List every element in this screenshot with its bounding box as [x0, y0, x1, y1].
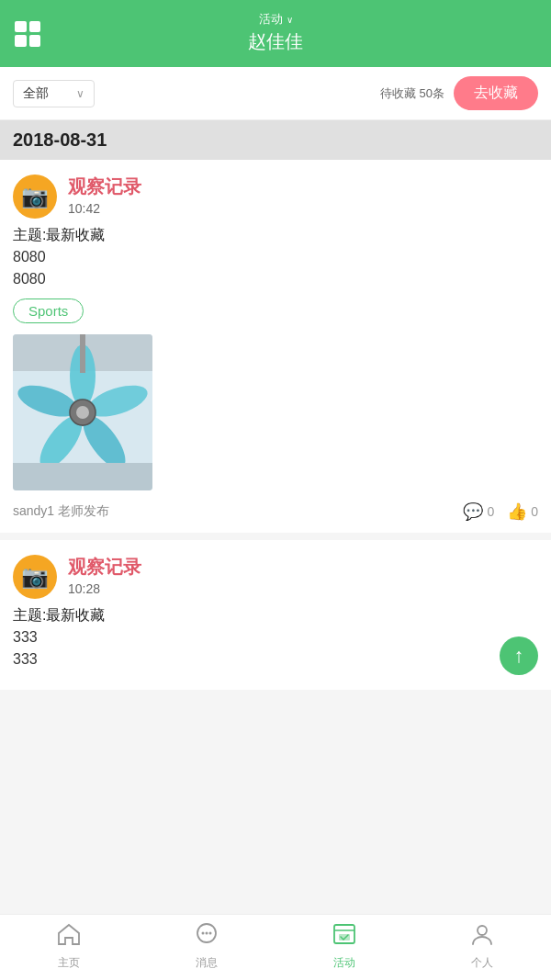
observation-card-1: 📷 观察记录 10:42 主题:最新收藏 8080 8080 Sports — [0, 160, 551, 533]
select-arrow-icon: ∨ — [76, 87, 84, 100]
nav-item-message[interactable]: 消息 — [179, 922, 234, 971]
like-count: 0 — [531, 504, 538, 519]
nav-item-profile[interactable]: 个人 — [455, 922, 510, 971]
nav-item-home[interactable]: 主页 — [41, 922, 96, 971]
nav-label-profile: 个人 — [471, 955, 493, 971]
card-author-1: sandy1 老师发布 — [13, 503, 109, 520]
message-icon — [194, 922, 219, 952]
card-theme-1: 主题:最新收藏 — [13, 226, 538, 245]
upload-icon: ↑ — [514, 646, 524, 666]
card-content2-1: 8080 — [13, 271, 538, 287]
category-select[interactable]: 全部 ∨ — [13, 80, 95, 107]
nav-label-activity: 活动 — [333, 955, 355, 971]
card-body-1: 主题:最新收藏 8080 8080 Sports — [13, 226, 538, 522]
activity-icon — [332, 922, 357, 952]
select-value: 全部 — [23, 85, 49, 102]
svg-rect-11 — [80, 334, 85, 373]
filter-bar: 全部 ∨ 待收藏 50条 去收藏 — [0, 67, 551, 120]
svg-point-19 — [478, 926, 487, 935]
date-header: 2018-08-31 — [0, 120, 551, 160]
avatar-1: 📷 — [13, 175, 57, 219]
card-title-area-2: 观察记录 10:28 — [68, 555, 141, 596]
nav-label-home: 主页 — [58, 955, 80, 971]
card-title-area-1: 观察记录 10:42 — [68, 175, 141, 216]
card-content1-1: 8080 — [13, 249, 538, 265]
user-name: 赵佳佳 — [15, 29, 536, 54]
camera-icon: 📷 — [21, 184, 49, 209]
card-time-1: 10:42 — [68, 201, 141, 216]
like-action[interactable]: 👍 0 — [507, 501, 538, 522]
header-dropdown-arrow[interactable]: ∨ — [287, 15, 293, 25]
card-header-2: 📷 观察记录 10:28 — [13, 555, 538, 599]
card-content1-2: 333 — [13, 629, 538, 646]
svg-point-16 — [209, 932, 212, 935]
svg-point-15 — [206, 932, 208, 935]
like-icon: 👍 — [507, 501, 527, 522]
nav-item-activity[interactable]: 活动 — [317, 922, 372, 971]
card-body-2: 主题:最新收藏 333 333 — [13, 606, 538, 668]
home-icon — [56, 922, 82, 952]
nav-label-message: 消息 — [196, 955, 218, 971]
observation-card-2: 📷 观察记录 10:28 主题:最新收藏 333 333 ↑ — [0, 540, 551, 690]
pending-count: 待收藏 50条 — [380, 85, 444, 102]
comment-action[interactable]: 💬 0 — [463, 501, 494, 522]
card-type-1[interactable]: 观察记录 — [68, 175, 141, 199]
comment-count: 0 — [487, 504, 494, 519]
card-header-1: 📷 观察记录 10:42 — [13, 175, 538, 219]
camera-icon-2: 📷 — [21, 564, 49, 590]
activity-label: 活动 — [259, 11, 283, 28]
card-image-1 — [13, 334, 152, 490]
card-actions-1: 💬 0 👍 0 — [463, 501, 538, 522]
upload-button[interactable]: ↑ — [500, 636, 538, 675]
svg-rect-12 — [13, 463, 152, 490]
card-time-2: 10:28 — [68, 581, 141, 596]
bottom-nav: 主页 消息 活动 — [0, 914, 551, 980]
card-footer-1: sandy1 老师发布 💬 0 👍 0 — [13, 501, 538, 522]
card-content2-2: 333 — [13, 651, 538, 668]
avatar-2: 📷 — [13, 555, 57, 599]
comment-icon: 💬 — [463, 501, 483, 522]
card-type-2[interactable]: 观察记录 — [68, 555, 141, 580]
svg-point-10 — [76, 406, 89, 419]
collect-button[interactable]: 去收藏 — [454, 76, 538, 110]
card-theme-2: 主题:最新收藏 — [13, 606, 538, 625]
svg-point-14 — [202, 932, 205, 935]
filter-right: 待收藏 50条 去收藏 — [380, 76, 538, 110]
app-header: 活动 ∨ 赵佳佳 — [0, 0, 551, 67]
person-icon — [469, 922, 495, 952]
grid-menu-icon[interactable] — [15, 21, 40, 47]
sports-tag[interactable]: Sports — [13, 299, 84, 323]
